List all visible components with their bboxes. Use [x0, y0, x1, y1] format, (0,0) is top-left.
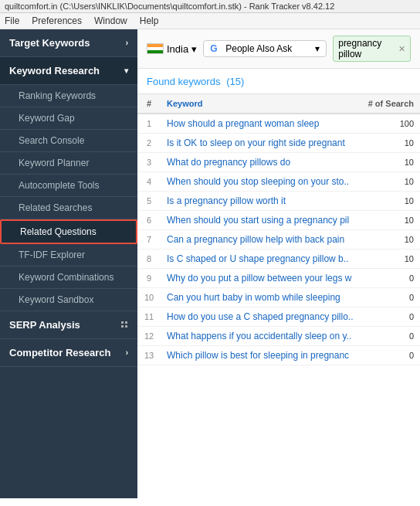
row-searches: 10 — [361, 192, 420, 211]
row-num: 13 — [137, 346, 161, 365]
country-name: India — [167, 43, 188, 55]
found-keywords-header: Found keywords (15) — [137, 69, 420, 94]
sidebar-section-competitor-research[interactable]: Competitor Research › — [0, 339, 137, 367]
row-num: 9 — [137, 269, 161, 288]
row-keyword: Can a pregnancy pillow help with back pa… — [161, 230, 361, 250]
row-keyword: When should you start using a pregnancy … — [161, 211, 361, 230]
row-num: 3 — [137, 153, 161, 172]
row-keyword: Is C shaped or U shape pregnancy pillow … — [161, 250, 361, 269]
svg-rect-2 — [121, 325, 124, 328]
table-row[interactable]: 13 Which pillow is best for sleeping in … — [137, 346, 420, 365]
table-row[interactable]: 2 Is it OK to sleep on your right side p… — [137, 134, 420, 153]
table-row[interactable]: 4 When should you stop sleeping on your … — [137, 172, 420, 192]
sidebar-item-keyword-combinations[interactable]: Keyword Combinations — [0, 267, 137, 289]
row-num: 5 — [137, 192, 161, 211]
main-toolbar: India ▾ G People Also Ask ▾ pregnancy pi… — [137, 29, 420, 69]
row-searches: 0 — [361, 307, 420, 327]
sidebar-item-related-questions[interactable]: Related Questions — [0, 219, 137, 244]
row-keyword: Why do you put a pillow between your leg… — [161, 269, 361, 288]
menu-file[interactable]: File — [5, 15, 19, 26]
table-row[interactable]: 1 How should a pregnant woman sleep 100 — [137, 114, 420, 134]
col-header-searches: # of Search — [361, 94, 420, 114]
target-keywords-chevron: › — [126, 39, 128, 47]
menu-help[interactable]: Help — [140, 15, 159, 26]
menu-bar: File Preferences Window Help — [0, 13, 420, 29]
sidebar-item-ranking-keywords[interactable]: Ranking Keywords — [0, 85, 137, 107]
google-g-icon: G — [210, 43, 221, 54]
table-row[interactable]: 10 Can you hurt baby in womb while sleep… — [137, 288, 420, 307]
svg-rect-1 — [125, 321, 127, 324]
row-keyword: How should a pregnant woman sleep — [161, 114, 361, 134]
svg-rect-3 — [125, 325, 127, 328]
row-num: 6 — [137, 211, 161, 230]
row-keyword: Can you hurt baby in womb while sleeping — [161, 288, 361, 307]
row-num: 10 — [137, 288, 161, 307]
table-row[interactable]: 6 When should you start using a pregnanc… — [137, 211, 420, 230]
row-keyword: Is it OK to sleep on your right side pre… — [161, 134, 361, 153]
india-flag — [147, 43, 164, 54]
row-num: 1 — [137, 114, 161, 134]
source-dropdown[interactable]: G People Also Ask ▾ — [203, 40, 327, 57]
col-header-keyword: Keyword — [161, 94, 361, 114]
row-keyword: Which pillow is best for sleeping in pre… — [161, 346, 361, 365]
row-searches: 0 — [361, 327, 420, 346]
sidebar: Target Keywords › Keyword Research ▾ Ran… — [0, 29, 137, 498]
table-row[interactable]: 3 What do pregnancy pillows do 10 — [137, 153, 420, 172]
menu-window[interactable]: Window — [94, 15, 127, 26]
sidebar-item-keyword-sandbox[interactable]: Keyword Sandbox — [0, 289, 137, 311]
row-searches: 10 — [361, 230, 420, 250]
sidebar-section-target-keywords[interactable]: Target Keywords › — [0, 29, 137, 57]
table-header-row: # Keyword # of Search — [137, 94, 420, 114]
sidebar-item-keyword-gap[interactable]: Keyword Gap — [0, 107, 137, 130]
sidebar-section-serp-analysis[interactable]: SERP Analysis — [0, 311, 137, 339]
row-num: 2 — [137, 134, 161, 153]
keyword-research-label: Keyword Research — [9, 65, 100, 76]
main-layout: Target Keywords › Keyword Research ▾ Ran… — [0, 29, 420, 498]
col-header-num: # — [137, 94, 161, 114]
row-keyword: How do you use a C shaped pregnancy pill… — [161, 307, 361, 327]
sidebar-item-autocomplete-tools[interactable]: Autocomplete Tools — [0, 175, 137, 197]
row-num: 4 — [137, 172, 161, 192]
keyword-tag: pregnancy pillow ✕ — [333, 36, 411, 62]
serp-analysis-icon — [120, 321, 128, 330]
svg-rect-0 — [121, 321, 124, 324]
row-searches: 10 — [361, 172, 420, 192]
table-row[interactable]: 5 Is a pregnancy pillow worth it 10 — [137, 192, 420, 211]
country-dropdown-chevron: ▾ — [191, 43, 197, 55]
country-selector[interactable]: India ▾ — [147, 43, 197, 55]
row-searches: 10 — [361, 134, 420, 153]
row-num: 11 — [137, 307, 161, 327]
keywords-table: # Keyword # of Search 1 How should a pre… — [137, 94, 420, 365]
sidebar-item-tfidf-explorer[interactable]: TF-IDF Explorer — [0, 244, 137, 267]
row-keyword: When should you stop sleeping on your st… — [161, 172, 361, 192]
keyword-tag-close[interactable]: ✕ — [398, 44, 405, 54]
row-num: 7 — [137, 230, 161, 250]
title-text: quiltcomfort.in (C:\Users\INKLIK\Documen… — [5, 2, 334, 11]
table-row[interactable]: 8 Is C shaped or U shape pregnancy pillo… — [137, 250, 420, 269]
table-row[interactable]: 12 What happens if you accidentally slee… — [137, 327, 420, 346]
row-keyword: Is a pregnancy pillow worth it — [161, 192, 361, 211]
table-row[interactable]: 9 Why do you put a pillow between your l… — [137, 269, 420, 288]
table-row[interactable]: 7 Can a pregnancy pillow help with back … — [137, 230, 420, 250]
row-searches: 10 — [361, 250, 420, 269]
sidebar-item-keyword-planner[interactable]: Keyword Planner — [0, 152, 137, 175]
target-keywords-label: Target Keywords — [9, 37, 90, 49]
row-num: 8 — [137, 250, 161, 269]
sidebar-section-keyword-research[interactable]: Keyword Research ▾ — [0, 57, 137, 85]
sidebar-item-search-console[interactable]: Search Console — [0, 130, 137, 152]
row-num: 12 — [137, 327, 161, 346]
found-keywords-count: (15) — [226, 76, 244, 87]
row-searches: 0 — [361, 269, 420, 288]
row-keyword: What happens if you accidentally sleep o… — [161, 327, 361, 346]
row-searches: 10 — [361, 211, 420, 230]
table-row[interactable]: 11 How do you use a C shaped pregnancy p… — [137, 307, 420, 327]
competitor-research-chevron: › — [126, 348, 128, 357]
title-bar: quiltcomfort.in (C:\Users\INKLIK\Documen… — [0, 0, 420, 13]
sidebar-item-related-searches[interactable]: Related Searches — [0, 197, 137, 219]
source-chevron: ▾ — [315, 43, 320, 54]
menu-preferences[interactable]: Preferences — [32, 15, 82, 26]
row-searches: 0 — [361, 288, 420, 307]
source-label: People Also Ask — [225, 43, 292, 54]
competitor-research-label: Competitor Research — [9, 347, 110, 358]
row-searches: 100 — [361, 114, 420, 134]
